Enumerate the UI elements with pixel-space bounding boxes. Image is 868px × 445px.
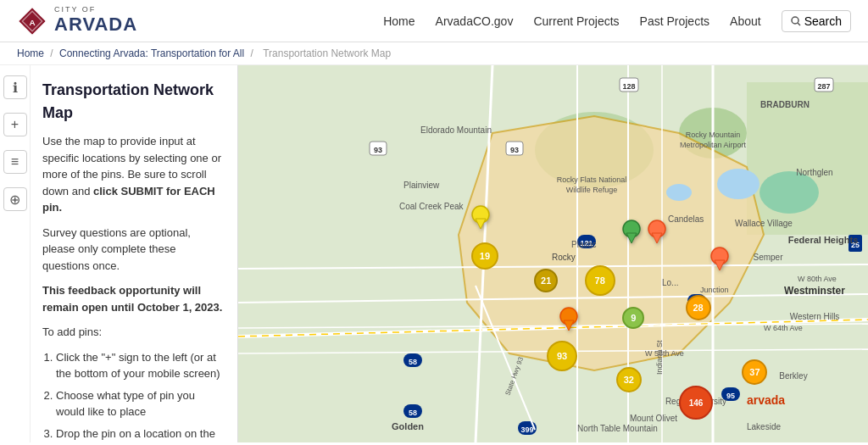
pin-green[interactable] bbox=[622, 220, 641, 248]
svg-text:Mount Olivet: Mount Olivet bbox=[630, 414, 677, 423]
svg-text:Rocky: Rocky bbox=[552, 253, 576, 262]
svg-text:W 80th Ave: W 80th Ave bbox=[798, 275, 837, 283]
nav-arvadaco[interactable]: ArvadaCO.gov bbox=[436, 14, 514, 28]
svg-text:Westminster: Westminster bbox=[784, 285, 845, 297]
pin-red-2[interactable] bbox=[710, 247, 729, 275]
svg-text:399: 399 bbox=[520, 426, 533, 434]
breadcrumb-sep2: / bbox=[251, 47, 257, 59]
svg-text:Western Hills: Western Hills bbox=[790, 312, 840, 321]
svg-text:Semper: Semper bbox=[753, 253, 783, 262]
step-1: Click the "+" sign to the left (or at th… bbox=[56, 349, 225, 382]
svg-text:Federal Heights: Federal Heights bbox=[788, 235, 859, 245]
info-button[interactable]: ℹ bbox=[3, 75, 27, 99]
cluster-28[interactable]: 28 bbox=[686, 295, 711, 320]
svg-text:Metropolitan Airport: Metropolitan Airport bbox=[680, 141, 747, 149]
svg-text:A: A bbox=[29, 17, 35, 26]
breadcrumb: Home / Connecting Arvada: Transportation… bbox=[0, 42, 868, 65]
svg-marker-86 bbox=[652, 233, 662, 243]
map-svg: 93 93 121 121 58 58 399 95 287 128 bbox=[238, 65, 868, 442]
nav-past-projects[interactable]: Past Projects bbox=[640, 14, 709, 28]
filter-button[interactable]: ≡ bbox=[3, 150, 27, 174]
svg-text:Rocky Mountain: Rocky Mountain bbox=[686, 131, 741, 139]
search-button[interactable]: Search bbox=[782, 10, 851, 32]
add-pin-button[interactable]: + bbox=[3, 113, 27, 136]
svg-text:arvada: arvada bbox=[747, 393, 785, 407]
step-3: Drop the pin on a location on the map to… bbox=[56, 426, 225, 443]
sidebar-icons: ℹ + ≡ ⊕ bbox=[0, 65, 31, 442]
svg-point-9 bbox=[760, 171, 819, 214]
svg-text:Indiana St: Indiana St bbox=[655, 340, 664, 375]
content-panel: Transportation Network Map Use the map t… bbox=[31, 65, 238, 442]
svg-line-4 bbox=[798, 23, 800, 25]
svg-text:Wildlife Refuge: Wildlife Refuge bbox=[566, 186, 618, 194]
nav-home[interactable]: Home bbox=[383, 14, 415, 28]
pin-red-1[interactable] bbox=[648, 220, 666, 248]
svg-text:Coal Creek Peak: Coal Creek Peak bbox=[399, 202, 465, 211]
svg-text:93: 93 bbox=[510, 146, 519, 154]
svg-text:Wallace Village: Wallace Village bbox=[735, 219, 793, 228]
svg-text:Golden: Golden bbox=[392, 421, 424, 431]
svg-text:Plainview: Plainview bbox=[403, 181, 440, 190]
nav-about[interactable]: About bbox=[730, 14, 761, 28]
header: A CITY OF ARVADA Home ArvadaCO.gov Curre… bbox=[0, 0, 868, 42]
svg-text:Junction: Junction bbox=[700, 286, 729, 294]
pin-yellow[interactable] bbox=[471, 205, 490, 233]
svg-point-11 bbox=[717, 169, 760, 199]
search-icon bbox=[791, 16, 801, 26]
svg-text:93: 93 bbox=[374, 146, 382, 154]
svg-text:Northglen: Northglen bbox=[796, 168, 832, 177]
svg-text:Rocky Flats National: Rocky Flats National bbox=[557, 175, 627, 184]
intro-text: Use the map to provide input at specific… bbox=[42, 133, 225, 216]
svg-text:BRADBURN: BRADBURN bbox=[760, 100, 810, 109]
breadcrumb-current: Transportation Network Map bbox=[263, 47, 391, 59]
svg-marker-88 bbox=[715, 260, 725, 270]
main-layout: ℹ + ≡ ⊕ Transportation Network Map Use t… bbox=[0, 65, 868, 442]
svg-text:95: 95 bbox=[726, 392, 735, 400]
svg-text:128: 128 bbox=[622, 82, 635, 91]
map-area[interactable]: 93 93 121 121 58 58 399 95 287 128 bbox=[238, 65, 868, 442]
svg-text:W 58th Ave: W 58th Ave bbox=[645, 349, 684, 358]
logo-icon: A bbox=[17, 6, 47, 36]
svg-marker-80 bbox=[476, 219, 486, 229]
logo-name-label: ARVADA bbox=[54, 14, 137, 35]
svg-point-3 bbox=[792, 17, 798, 24]
breadcrumb-connecting[interactable]: Connecting Arvada: Transportation for Al… bbox=[59, 47, 244, 59]
svg-text:Eldorado Mountain: Eldorado Mountain bbox=[420, 125, 492, 135]
svg-point-12 bbox=[666, 184, 692, 201]
steps-list: Click the "+" sign to the left (or at th… bbox=[42, 349, 225, 443]
svg-text:W 64th Ave: W 64th Ave bbox=[764, 324, 803, 332]
add-pins-label: To add pins: bbox=[42, 324, 225, 341]
main-nav: Home ArvadaCO.gov Current Projects Past … bbox=[383, 10, 851, 32]
svg-text:Berkley: Berkley bbox=[779, 371, 807, 381]
survey-note: Survey questions are optional, please on… bbox=[42, 225, 225, 275]
pin-orange[interactable] bbox=[559, 307, 578, 335]
svg-text:Lakeside: Lakeside bbox=[747, 422, 781, 431]
breadcrumb-home[interactable]: Home bbox=[17, 47, 44, 59]
svg-text:287: 287 bbox=[817, 82, 830, 91]
svg-text:North Table Mountain: North Table Mountain bbox=[577, 424, 658, 433]
cluster-32[interactable]: 32 bbox=[616, 367, 642, 392]
svg-text:Candelas: Candelas bbox=[668, 214, 704, 224]
page-title: Transportation Network Map bbox=[42, 79, 225, 125]
step-2: Choose what type of pin you would like t… bbox=[56, 387, 225, 420]
svg-marker-82 bbox=[626, 233, 637, 243]
logo-area: A CITY OF ARVADA bbox=[17, 6, 137, 36]
cluster-9[interactable]: 9 bbox=[622, 307, 644, 329]
date-notice: This feedback opportunity will remain op… bbox=[42, 282, 225, 315]
nav-current-projects[interactable]: Current Projects bbox=[533, 14, 619, 28]
svg-text:58: 58 bbox=[409, 358, 417, 366]
cluster-19[interactable]: 19 bbox=[471, 242, 498, 270]
cluster-93[interactable]: 93 bbox=[547, 341, 577, 371]
svg-marker-84 bbox=[564, 320, 574, 331]
svg-text:Lo...: Lo... bbox=[662, 278, 678, 287]
logo-text: CITY OF ARVADA bbox=[54, 6, 137, 35]
svg-text:Plastic: Plastic bbox=[571, 240, 596, 249]
cluster-78[interactable]: 78 bbox=[585, 265, 615, 296]
svg-text:58: 58 bbox=[409, 409, 417, 417]
location-button[interactable]: ⊕ bbox=[3, 187, 27, 211]
breadcrumb-sep1: / bbox=[50, 47, 56, 59]
